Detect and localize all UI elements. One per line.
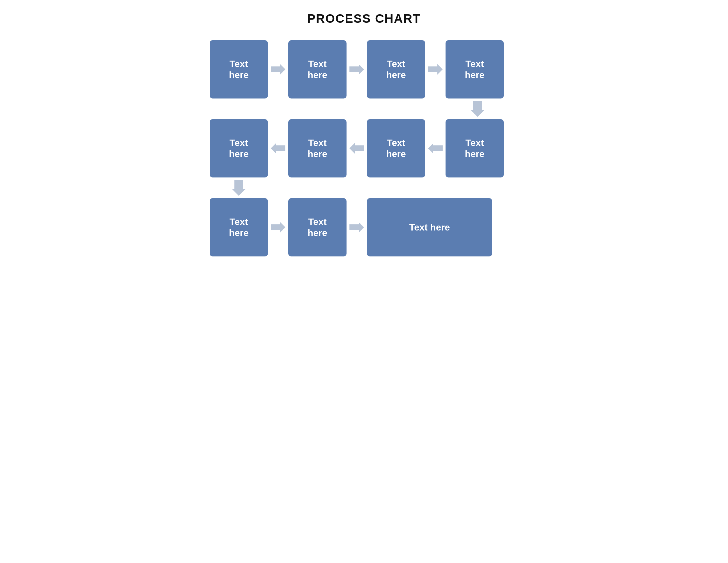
svg-marker-2 (428, 64, 443, 75)
page-container: PROCESS CHART Text here Text here (189, 12, 539, 256)
r1-box1[interactable]: Text here (210, 40, 268, 98)
r3-box3[interactable]: Text here (367, 198, 492, 256)
down-arrow-icon-2 (232, 180, 245, 196)
svg-marker-7 (232, 180, 245, 196)
svg-marker-6 (428, 143, 443, 153)
page-title: PROCESS CHART (189, 12, 539, 26)
r2-box3[interactable]: Text here (367, 119, 425, 177)
r1-arrow1 (268, 64, 288, 75)
r3-box2[interactable]: Text here (288, 198, 347, 256)
r2-arrow1 (268, 143, 288, 153)
r1-arrow2 (347, 64, 367, 75)
svg-marker-5 (349, 143, 364, 153)
svg-marker-4 (271, 143, 285, 153)
r1-box4[interactable]: Text here (446, 40, 504, 98)
chart-area: Text here Text here Text here (189, 40, 539, 256)
svg-marker-9 (349, 222, 364, 232)
svg-marker-8 (271, 222, 285, 232)
svg-marker-0 (271, 64, 285, 75)
r3-arrow2 (347, 222, 367, 232)
r3-box1[interactable]: Text here (210, 198, 268, 256)
r3-arrow1 (268, 222, 288, 232)
r2-arrow3 (425, 143, 446, 153)
r2-box4[interactable]: Text here (446, 119, 504, 177)
down-arrow-r2-r3 (210, 180, 527, 196)
down-arrow-icon (471, 101, 484, 117)
r1-arrow3 (425, 64, 446, 75)
svg-marker-1 (349, 64, 364, 75)
r1-box3[interactable]: Text here (367, 40, 425, 98)
r2-box1[interactable]: Text here (210, 119, 268, 177)
r2-box2[interactable]: Text here (288, 119, 347, 177)
row-2: Text here Text here Text here (210, 119, 527, 177)
r1-box2[interactable]: Text here (288, 40, 347, 98)
svg-marker-3 (471, 101, 484, 117)
row-1: Text here Text here Text here (210, 40, 527, 98)
row-3: Text here Text here Text here (210, 198, 527, 256)
r2-arrow2 (347, 143, 367, 153)
down-arrow-r1-r2 (210, 101, 527, 117)
